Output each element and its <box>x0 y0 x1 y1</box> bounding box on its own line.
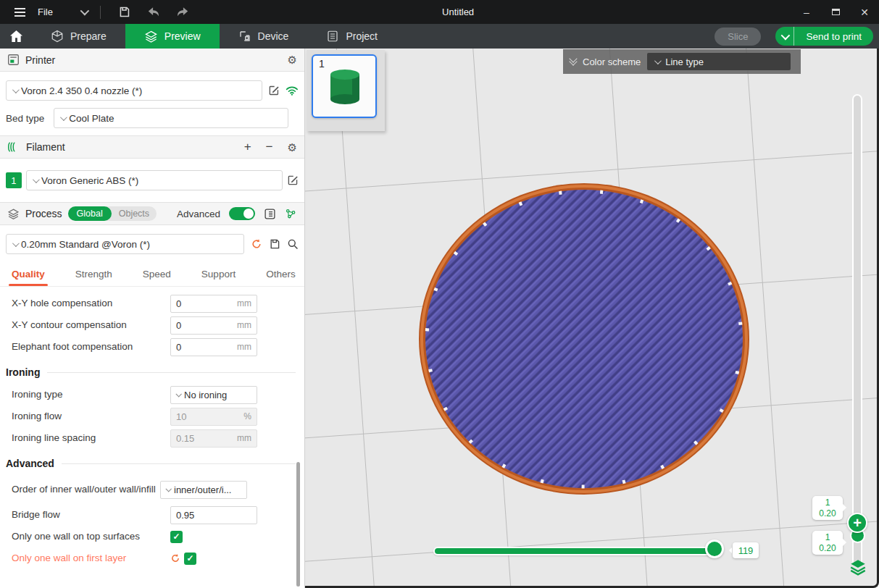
project-icon <box>326 30 339 43</box>
layer-mode-button[interactable] <box>849 558 867 576</box>
minimize-icon: – <box>804 7 809 18</box>
plate-thumbnail[interactable]: 1 <box>312 54 377 118</box>
ironing-line-spacing-input: 0.15mm <box>170 429 257 448</box>
settings-list-icon[interactable] <box>264 208 276 220</box>
send-to-print-button[interactable]: Send to print <box>794 31 873 42</box>
scope-global-button[interactable]: Global <box>68 206 112 221</box>
process-preset-select[interactable]: 0.20mm Standard @Voron (*) <box>6 234 244 254</box>
process-tab-support[interactable]: Support <box>201 266 236 286</box>
printer-icon <box>7 54 20 66</box>
layer-height: 0.20 <box>819 543 836 554</box>
maximize-button[interactable] <box>821 0 850 24</box>
edit-filament-icon[interactable] <box>287 175 299 186</box>
redo-button[interactable] <box>172 4 193 20</box>
search-settings-icon[interactable] <box>287 238 299 250</box>
ironing-type-select[interactable]: No ironing <box>170 386 257 404</box>
sliced-layer-view[interactable] <box>414 178 754 500</box>
reset-value-icon[interactable] <box>170 553 180 563</box>
horizontal-slider-handle[interactable] <box>705 539 724 558</box>
send-dropdown-button[interactable] <box>775 27 794 46</box>
only-one-wall-first-layer-checkbox[interactable]: ✓ <box>184 553 196 565</box>
setting-value: 0.15 <box>176 433 194 444</box>
add-filament-button[interactable]: + <box>244 140 251 154</box>
edit-printer-icon[interactable] <box>268 85 280 96</box>
wifi-connection-icon[interactable] <box>286 85 299 96</box>
cylinder-model-thumbnail <box>326 66 364 108</box>
slice-button[interactable]: Slice <box>715 28 761 46</box>
line-type-select[interactable]: Line type <box>647 53 791 70</box>
filament-section-header: Filament + − ⚙ <box>0 135 304 159</box>
minimize-button[interactable]: – <box>792 0 821 24</box>
xy-contour-compensation-input[interactable]: 0mm <box>170 316 257 335</box>
close-button[interactable]: ✕ <box>850 0 879 24</box>
preview-layers-icon <box>144 30 158 43</box>
scope-objects-button[interactable]: Objects <box>112 206 157 221</box>
layer-slider[interactable] <box>852 94 862 566</box>
plate-number: 1 <box>319 58 325 70</box>
undo-button[interactable] <box>143 4 164 20</box>
xy-hole-compensation-input[interactable]: 0mm <box>170 295 257 313</box>
hamburger-icon <box>14 8 25 17</box>
setting-label: Ironing flow <box>12 411 170 423</box>
advanced-toggle-label: Advanced <box>177 209 220 219</box>
save-preset-icon[interactable] <box>269 238 280 250</box>
chevron-down-icon <box>60 114 67 121</box>
horizontal-move-slider[interactable] <box>433 547 715 555</box>
tab-device[interactable]: Device <box>220 24 308 49</box>
window-title: Untitled <box>442 0 474 24</box>
undo-icon <box>147 7 160 17</box>
remove-filament-button[interactable]: − <box>266 140 273 154</box>
setting-value: 10 <box>176 411 186 422</box>
wall-order-select[interactable]: inner/outer/i... <box>160 481 247 499</box>
color-scheme-label: Color scheme <box>583 56 641 67</box>
tab-project[interactable]: Project <box>307 24 396 49</box>
tab-preview[interactable]: Preview <box>125 24 220 49</box>
save-button[interactable] <box>114 4 136 20</box>
layer-number: 1 <box>825 532 830 543</box>
filament-spool-icon <box>7 141 20 153</box>
filament-settings-gear-icon[interactable]: ⚙ <box>288 142 297 153</box>
collapse-double-chevron-icon[interactable] <box>570 59 576 64</box>
setting-label: Only one wall on top surfaces <box>12 531 170 543</box>
process-tab-quality[interactable]: Quality <box>12 266 45 286</box>
printer-settings-gear-icon[interactable]: ⚙ <box>288 54 297 65</box>
printer-preset-select[interactable]: Voron 2.4 350 0.4 nozzle (*) <box>6 80 262 101</box>
advanced-toggle[interactable] <box>229 207 255 220</box>
prepare-cube-icon <box>51 30 64 43</box>
filament-slot-badge[interactable]: 1 <box>6 172 22 188</box>
main-menu-button[interactable] <box>9 4 30 20</box>
preview-viewport[interactable]: 1 Color scheme Line type 119 1 0.20 <box>305 49 879 588</box>
elephant-foot-compensation-input[interactable]: 0mm <box>170 338 257 356</box>
unit-label: mm <box>237 433 251 443</box>
maximize-icon <box>832 9 840 15</box>
setting-label: Order of inner wall/outer wall/infill <box>12 484 160 496</box>
file-menu[interactable]: File <box>38 7 53 17</box>
filament-preset-value: Voron Generic ABS (*) <box>41 175 138 186</box>
settings-list: X-Y hole compensation 0mm X-Y contour co… <box>0 287 304 569</box>
filament-preset-select[interactable]: Voron Generic ABS (*) <box>26 170 283 190</box>
file-menu-chevron-icon[interactable] <box>80 7 90 16</box>
process-section-title: Process <box>25 208 62 219</box>
bed-type-select[interactable]: Cool Plate <box>54 108 288 128</box>
layer-height: 0.20 <box>819 508 836 519</box>
bridge-flow-input[interactable]: 0.95 <box>170 506 257 524</box>
tab-prepare[interactable]: Prepare <box>32 24 125 49</box>
panel-scrollbar[interactable] <box>296 462 300 587</box>
home-button[interactable] <box>0 24 32 49</box>
setting-row: Ironing flow 10% <box>0 406 304 427</box>
bed-type-label: Bed type <box>6 113 44 124</box>
group-title: Ironing <box>6 366 40 378</box>
chevron-down-icon <box>165 486 171 492</box>
process-tab-speed[interactable]: Speed <box>143 266 171 286</box>
only-one-wall-top-checkbox[interactable]: ✓ <box>170 531 183 543</box>
parameter-tune-icon[interactable] <box>285 208 297 220</box>
layer-slider-upper-handle[interactable]: + <box>847 513 867 533</box>
setting-label: Ironing line spacing <box>12 432 170 445</box>
setting-label: Bridge flow <box>12 509 170 521</box>
setting-row: Ironing type No ironing <box>0 384 304 406</box>
reset-preset-icon[interactable] <box>251 238 262 250</box>
line-type-value: Line type <box>665 56 704 67</box>
process-tab-strength[interactable]: Strength <box>75 266 112 286</box>
process-tab-others[interactable]: Others <box>266 266 296 286</box>
setting-row: Only one wall on top surfaces ✓ <box>0 526 304 547</box>
